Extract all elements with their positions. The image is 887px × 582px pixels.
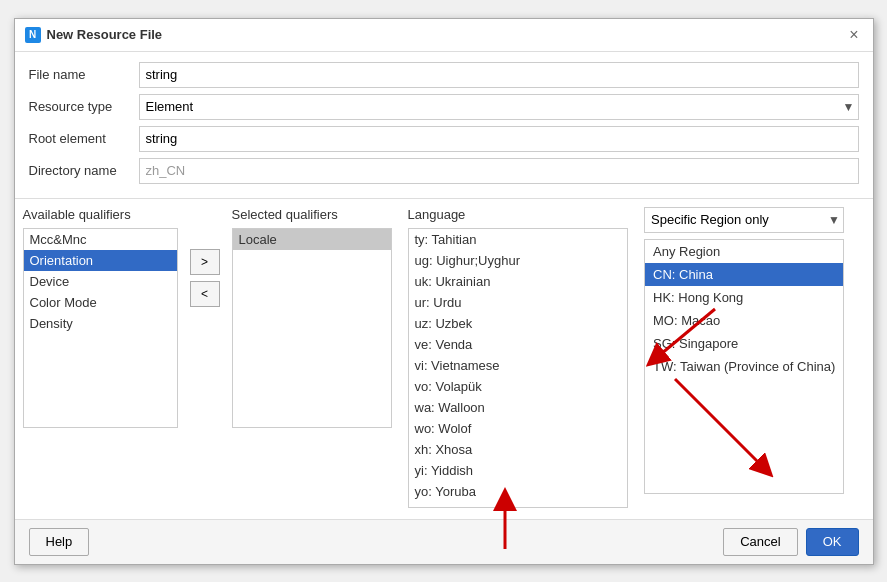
- region-hk[interactable]: HK: Hong Kong: [645, 286, 843, 309]
- qualifier-orientation[interactable]: Orientation: [24, 250, 177, 271]
- qualifier-mccmnc[interactable]: Mcc&Mnc: [24, 229, 177, 250]
- bottom-bar: Help Cancel OK: [15, 519, 873, 564]
- remove-qualifier-button[interactable]: <: [190, 281, 220, 307]
- region-dropdown[interactable]: Specific Region only Any Region: [644, 207, 844, 233]
- resource-type-row: Resource type Element ▼: [29, 94, 859, 120]
- arrows-mid: > <: [186, 199, 224, 519]
- language-panel: Language ty: Tahitian ug: Uighur;Uyghur …: [400, 199, 637, 519]
- lang-yiddish[interactable]: yi: Yiddish: [409, 460, 627, 481]
- qualifier-device[interactable]: Device: [24, 271, 177, 292]
- selected-qualifiers-list: Locale: [232, 228, 392, 428]
- lang-yoruba[interactable]: yo: Yoruba: [409, 481, 627, 502]
- lang-tahitian[interactable]: ty: Tahitian: [409, 229, 627, 250]
- close-button[interactable]: ×: [845, 25, 862, 45]
- lang-uzbek[interactable]: uz: Uzbek: [409, 313, 627, 334]
- region-dropdown-wrapper: Specific Region only Any Region ▼: [644, 207, 844, 233]
- directory-name-row: Directory name: [29, 158, 859, 184]
- title-bar-left: N New Resource File: [25, 27, 163, 43]
- action-buttons: Cancel OK: [723, 528, 858, 556]
- qualifier-color-mode[interactable]: Color Mode: [24, 292, 177, 313]
- language-title: Language: [408, 207, 629, 222]
- resource-type-wrapper: Element ▼: [139, 94, 859, 120]
- add-qualifier-button[interactable]: >: [190, 249, 220, 275]
- directory-name-input[interactable]: [139, 158, 859, 184]
- region-cn[interactable]: CN: China: [645, 263, 843, 286]
- region-panel: Specific Region only Any Region ▼ Any Re…: [636, 199, 873, 519]
- dialog-title: New Resource File: [47, 27, 163, 42]
- region-sg[interactable]: SG: Singapore: [645, 332, 843, 355]
- region-any[interactable]: Any Region: [645, 240, 843, 263]
- lang-zhuang[interactable]: za: Zhuang;Chuang: [409, 502, 627, 508]
- new-resource-file-dialog: N New Resource File × File name Resource…: [14, 18, 874, 565]
- ok-button[interactable]: OK: [806, 528, 859, 556]
- root-element-input[interactable]: [139, 126, 859, 152]
- selected-qualifiers-panel: Selected qualifiers Locale: [224, 199, 400, 519]
- language-list: ty: Tahitian ug: Uighur;Uyghur uk: Ukrai…: [408, 228, 628, 508]
- title-bar: N New Resource File ×: [15, 19, 873, 52]
- lang-vietnamese[interactable]: vi: Vietnamese: [409, 355, 627, 376]
- selected-qualifier-locale[interactable]: Locale: [233, 229, 391, 250]
- lang-ukrainian[interactable]: uk: Ukrainian: [409, 271, 627, 292]
- form-area: File name Resource type Element ▼ Root e…: [15, 52, 873, 199]
- qualifier-density[interactable]: Density: [24, 313, 177, 334]
- region-tw[interactable]: TW: Taiwan (Province of China): [645, 355, 843, 378]
- region-mo[interactable]: MO: Macao: [645, 309, 843, 332]
- lang-wolof[interactable]: wo: Wolof: [409, 418, 627, 439]
- lang-venda[interactable]: ve: Venda: [409, 334, 627, 355]
- file-name-label: File name: [29, 67, 139, 82]
- file-name-row: File name: [29, 62, 859, 88]
- selected-qualifiers-title: Selected qualifiers: [232, 207, 392, 222]
- lang-urdu[interactable]: ur: Urdu: [409, 292, 627, 313]
- root-element-row: Root element: [29, 126, 859, 152]
- root-element-label: Root element: [29, 131, 139, 146]
- lang-volapuk[interactable]: vo: Volapük: [409, 376, 627, 397]
- available-qualifiers-panel: Available qualifiers Mcc&Mnc Orientation…: [15, 199, 186, 519]
- resource-type-label: Resource type: [29, 99, 139, 114]
- file-name-input[interactable]: [139, 62, 859, 88]
- lang-walloon[interactable]: wa: Walloon: [409, 397, 627, 418]
- lang-xhosa[interactable]: xh: Xhosa: [409, 439, 627, 460]
- directory-name-label: Directory name: [29, 163, 139, 178]
- help-button[interactable]: Help: [29, 528, 90, 556]
- available-qualifiers-title: Available qualifiers: [23, 207, 178, 222]
- dialog-icon: N: [25, 27, 41, 43]
- cancel-button[interactable]: Cancel: [723, 528, 797, 556]
- lang-uyghur[interactable]: ug: Uighur;Uyghur: [409, 250, 627, 271]
- region-list: Any Region CN: China HK: Hong Kong MO: M…: [644, 239, 844, 494]
- main-area: Available qualifiers Mcc&Mnc Orientation…: [15, 199, 873, 519]
- available-qualifiers-list: Mcc&Mnc Orientation Device Color Mode De…: [23, 228, 178, 428]
- resource-type-select[interactable]: Element: [139, 94, 859, 120]
